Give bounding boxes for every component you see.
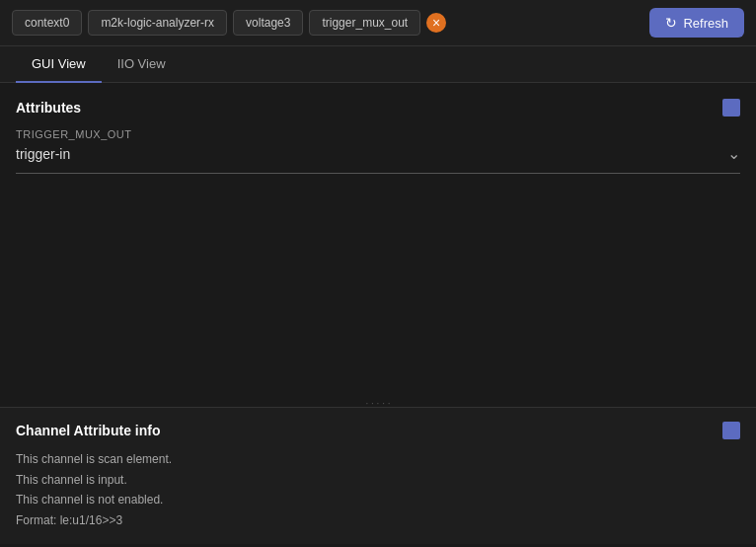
view-tabs-bar: GUI View IIO View	[0, 46, 756, 83]
tab-context0[interactable]: context0	[12, 10, 82, 36]
channel-info-line-1: This channel is scan element.	[16, 449, 740, 469]
channel-info-line-2: This channel is input.	[16, 470, 740, 490]
tab-trigger-mux-out[interactable]: trigger_mux_out	[309, 10, 420, 36]
attributes-header: Attributes	[16, 99, 740, 117]
close-tab-button[interactable]: ×	[426, 13, 446, 33]
resize-handle[interactable]: · · · · ·	[0, 399, 756, 407]
channel-info-line-3: This channel is not enabled.	[16, 490, 740, 509]
attributes-title: Attributes	[16, 100, 81, 116]
attributes-toggle[interactable]	[722, 99, 740, 117]
channel-info-line-4: Format: le:u1/16>>3	[16, 510, 740, 530]
content-area: Attributes TRIGGER_MUX_OUT trigger-in ⌄	[0, 83, 756, 399]
channel-info-toggle[interactable]	[722, 422, 740, 439]
attr-name-label: TRIGGER_MUX_OUT	[16, 128, 740, 140]
dropdown-selected-value: trigger-in	[16, 146, 70, 162]
channel-info-panel: Channel Attribute info This channel is s…	[0, 407, 756, 544]
channel-info-text: This channel is scan element. This chann…	[16, 449, 740, 530]
tab-voltage3[interactable]: voltage3	[233, 10, 303, 36]
refresh-button[interactable]: ↻ Refresh	[649, 8, 744, 38]
tab-m2k-logic-analyzer-rx[interactable]: m2k-logic-analyzer-rx	[88, 10, 227, 36]
trigger-mux-dropdown[interactable]: trigger-in ⌄	[16, 144, 740, 174]
channel-info-header: Channel Attribute info	[16, 422, 740, 439]
refresh-label: Refresh	[683, 16, 728, 31]
main-layout: GUI View IIO View Attributes TRIGGER_MUX…	[0, 46, 756, 544]
tab-iio-view[interactable]: IIO View	[102, 46, 182, 83]
tab-gui-view[interactable]: GUI View	[16, 46, 102, 83]
top-bar: context0 m2k-logic-analyzer-rx voltage3 …	[0, 0, 756, 46]
chevron-down-icon: ⌄	[727, 144, 740, 163]
channel-info-title: Channel Attribute info	[16, 423, 160, 438]
refresh-icon: ↻	[665, 15, 677, 31]
attribute-group: TRIGGER_MUX_OUT trigger-in ⌄	[16, 128, 740, 174]
